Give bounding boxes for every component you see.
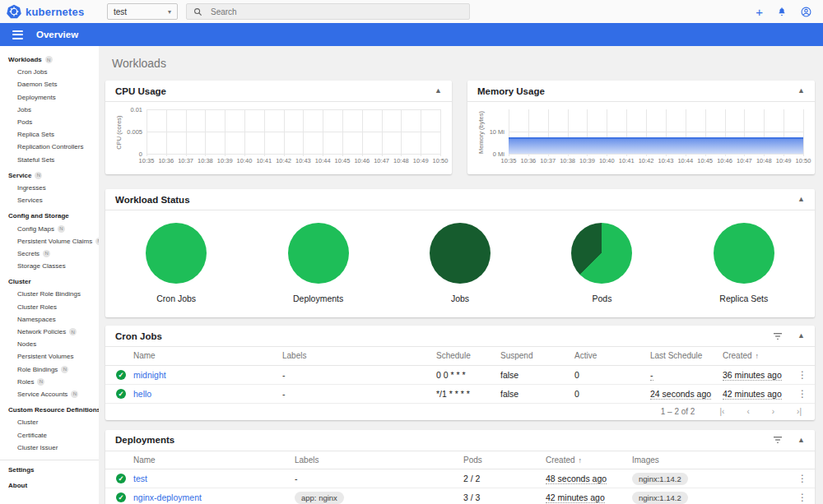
success-check-icon: ✓ [116, 389, 126, 399]
collapse-caret-icon[interactable]: ▲ [797, 437, 805, 444]
filter-icon[interactable] [773, 436, 783, 444]
resource-link[interactable]: hello [133, 389, 151, 399]
column-header[interactable]: Labels [282, 351, 306, 360]
namespace-selector[interactable]: test ▾ [107, 3, 178, 20]
sidebar-item-cluster-roles[interactable]: Cluster Roles [0, 301, 99, 313]
relative-time: 36 minutes ago [723, 370, 782, 381]
app-bar-title: Overview [36, 30, 78, 39]
x-axis-tick: 10:47 [374, 157, 389, 164]
collapse-caret-icon[interactable]: ▲ [797, 332, 805, 340]
sidebar-item-certificate[interactable]: Certificate [0, 428, 99, 441]
sidebar-item-cluster[interactable]: Cluster [0, 416, 99, 428]
column-header[interactable]: Schedule [436, 351, 471, 360]
column-header[interactable]: Suspend [500, 351, 532, 360]
sidebar-item-label: Custom Resource Definitions [8, 406, 99, 414]
column-header[interactable]: Name [133, 455, 156, 465]
collapse-caret-icon[interactable]: ▲ [797, 87, 805, 95]
sidebar-item-cluster-issuer[interactable]: Cluster Issuer [0, 442, 99, 454]
sidebar-item-config-and-storage[interactable]: Config and Storage [0, 210, 99, 222]
row-menu-kebab-icon[interactable]: ⋮ [790, 469, 815, 488]
pie-chart [288, 223, 349, 284]
sidebar-item-namespaces[interactable]: Namespaces [0, 313, 99, 326]
column-header[interactable]: Created [546, 455, 575, 465]
resource-link[interactable]: test [133, 474, 147, 483]
column-header[interactable]: Images [632, 455, 659, 465]
create-plus-icon[interactable]: + [756, 6, 763, 18]
sidebar-item-deployments[interactable]: Deployments [0, 91, 99, 104]
sidebar-item-roles[interactable]: RolesN [0, 376, 99, 388]
deployments-card: Deployments ▲ NameLabelsPodsCreated↑Imag… [105, 430, 815, 504]
sidebar-item-cluster[interactable]: Cluster [0, 275, 99, 288]
sidebar-item-service[interactable]: ServiceN [0, 169, 99, 182]
column-header[interactable]: Active [574, 351, 597, 360]
collapse-caret-icon[interactable]: ▲ [797, 196, 805, 203]
kubernetes-helm-icon [7, 4, 21, 19]
row-menu-kebab-icon[interactable]: ⋮ [790, 488, 815, 504]
x-axis-tick: 10:38 [560, 157, 575, 164]
sort-ascending-icon[interactable]: ↑ [579, 456, 583, 465]
sidebar-item-label: Daemon Sets [17, 81, 57, 88]
sidebar-item-nodes[interactable]: Nodes [0, 338, 99, 350]
resource-link[interactable]: nginx-deployment [133, 492, 202, 502]
row-menu-kebab-icon[interactable]: ⋮ [790, 384, 815, 403]
sidebar-item-cluster-role-bindings[interactable]: Cluster Role Bindings [0, 288, 99, 300]
sidebar-item-config-maps[interactable]: Config MapsN [0, 222, 99, 234]
namespaced-badge: N [69, 328, 77, 335]
sidebar-item-settings[interactable]: Settings [0, 464, 99, 476]
row-menu-kebab-icon[interactable]: ⋮ [790, 365, 815, 384]
pagination-next-button[interactable]: › [772, 407, 774, 416]
resource-link[interactable]: midnight [133, 370, 166, 380]
sidebar-item-replication-controllers[interactable]: Replication Controllers [0, 141, 99, 153]
hamburger-menu-icon[interactable] [12, 30, 23, 39]
x-axis-tick: 10:46 [717, 157, 732, 164]
sidebar-item-workloads[interactable]: WorkloadsN [0, 53, 99, 66]
sidebar-item-cron-jobs[interactable]: Cron Jobs [0, 66, 99, 78]
sidebar-item-stateful-sets[interactable]: Stateful Sets [0, 154, 99, 166]
pagination-first-button[interactable]: |‹ [719, 407, 724, 416]
workload-status-card: Workload Status ▲ Cron JobsDeploymentsJo… [105, 189, 815, 317]
x-axis-tick: 10:35 [139, 157, 155, 164]
filter-icon[interactable] [773, 332, 783, 340]
sidebar-item-about[interactable]: About [0, 479, 99, 492]
column-header[interactable]: Last Schedule [650, 351, 702, 360]
x-axis-tick: 10:42 [276, 157, 291, 164]
label-chip: app: nginx [295, 492, 344, 504]
header-actions: + [756, 6, 811, 18]
sidebar-item-custom-resource-definitions[interactable]: Custom Resource Definitions [0, 404, 99, 416]
account-icon[interactable] [801, 7, 811, 17]
sort-ascending-icon[interactable]: ↑ [756, 352, 760, 360]
column-header[interactable]: Pods [463, 455, 482, 465]
sidebar-item-replica-sets[interactable]: Replica Sets [0, 128, 99, 141]
sidebar-item-secrets[interactable]: SecretsN [0, 247, 99, 260]
status-pie-cron-jobs: Cron Jobs [105, 223, 247, 303]
sidebar-item-services[interactable]: Services [0, 194, 99, 206]
sidebar-item-label: Certificate [17, 432, 47, 439]
kubernetes-logo[interactable]: kubernetes [7, 4, 97, 19]
sidebar-item-label: Config Maps [17, 225, 54, 233]
sidebar-item-role-bindings[interactable]: Role BindingsN [0, 363, 99, 376]
sidebar-item-persistent-volume-claims[interactable]: Persistent Volume ClaimsN [0, 235, 99, 247]
sidebar-item-jobs[interactable]: Jobs [0, 104, 99, 116]
pagination-last-button[interactable]: ›| [797, 407, 802, 416]
collapse-caret-icon[interactable]: ▲ [435, 87, 442, 95]
table-row: ✓test-2 / 248 seconds agonginx:1.14.2⋮ [105, 469, 815, 488]
sidebar-item-service-accounts[interactable]: Service AccountsN [0, 388, 99, 400]
sidebar-item-storage-classes[interactable]: Storage Classes [0, 260, 99, 272]
sidebar-item-persistent-volumes[interactable]: Persistent Volumes [0, 350, 99, 363]
x-axis-tick: 10:37 [178, 157, 193, 164]
sidebar-item-ingresses[interactable]: Ingresses [0, 182, 99, 194]
kubernetes-dashboard: kubernetes test ▾ + Overview [0, 0, 823, 504]
column-header[interactable]: Name [133, 351, 156, 360]
sidebar-item-label: Network Policies [17, 328, 66, 335]
sidebar-item-daemon-sets[interactable]: Daemon Sets [0, 78, 99, 90]
workload-status-pies: Cron JobsDeploymentsJobsPodsReplica Sets [105, 210, 815, 303]
search-input[interactable] [209, 7, 463, 17]
column-header[interactable]: Labels [295, 455, 319, 465]
pagination-prev-button[interactable]: ‹ [746, 407, 749, 416]
notifications-bell-icon[interactable] [777, 7, 787, 16]
sidebar-item-label: Replica Sets [17, 131, 54, 138]
sidebar-item-label: Secrets [17, 250, 40, 257]
sidebar-item-pods[interactable]: Pods [0, 116, 99, 128]
column-header[interactable]: Created [723, 351, 752, 360]
sidebar-item-network-policies[interactable]: Network PoliciesN [0, 326, 99, 338]
